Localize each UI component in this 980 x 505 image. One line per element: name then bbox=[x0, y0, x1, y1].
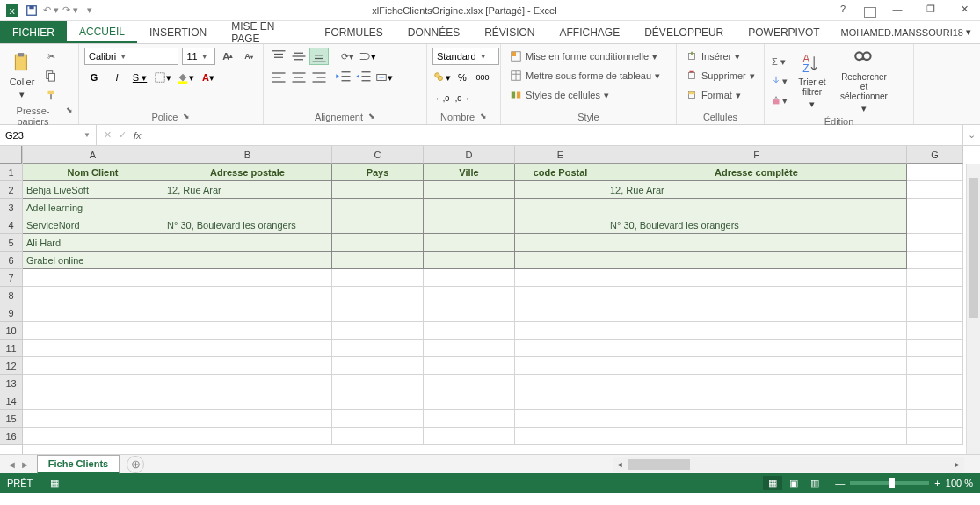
cell[interactable] bbox=[163, 234, 332, 252]
cell[interactable] bbox=[163, 322, 332, 340]
cell[interactable]: Ville bbox=[424, 164, 515, 181]
cell[interactable] bbox=[332, 252, 424, 269]
font-color-icon[interactable]: A▾ bbox=[199, 69, 218, 86]
cell[interactable] bbox=[424, 357, 515, 375]
increase-indent-icon[interactable] bbox=[354, 69, 374, 86]
row-header[interactable]: 4 bbox=[0, 216, 22, 234]
cell[interactable] bbox=[163, 410, 332, 428]
cell[interactable] bbox=[163, 304, 332, 322]
currency-icon[interactable]: ▾ bbox=[432, 69, 452, 86]
percent-icon[interactable]: % bbox=[453, 69, 472, 86]
cell[interactable]: N° 30, Boulevard les orangers bbox=[606, 216, 907, 234]
cell[interactable] bbox=[907, 322, 963, 340]
macro-record-icon[interactable]: ▦ bbox=[50, 478, 59, 489]
cell[interactable] bbox=[515, 269, 606, 287]
vertical-scrollbar[interactable] bbox=[966, 164, 980, 454]
conditional-format-button[interactable]: Mise en forme conditionnelle▾ bbox=[506, 48, 671, 65]
sheet-tab[interactable]: Fiche Clients bbox=[37, 455, 120, 474]
normal-view-icon[interactable]: ▦ bbox=[763, 476, 782, 490]
format-as-table-button[interactable]: Mettre sous forme de tableau▾ bbox=[506, 67, 671, 84]
col-header[interactable]: D bbox=[424, 146, 515, 164]
cell[interactable] bbox=[907, 410, 963, 428]
cell[interactable] bbox=[163, 357, 332, 375]
cell[interactable] bbox=[606, 410, 907, 428]
col-header[interactable]: B bbox=[163, 146, 332, 164]
cell[interactable] bbox=[332, 199, 424, 216]
minimize-icon[interactable]: ― bbox=[885, 4, 910, 18]
copy-icon[interactable] bbox=[42, 67, 60, 84]
decrease-font-icon[interactable]: A▾ bbox=[240, 48, 258, 65]
cell[interactable] bbox=[23, 304, 163, 322]
cell[interactable] bbox=[332, 304, 424, 322]
number-format-combo[interactable]: Standard▼ bbox=[432, 48, 499, 65]
cell[interactable] bbox=[424, 375, 515, 392]
cell[interactable]: Adresse complète bbox=[606, 164, 907, 181]
tab-home[interactable]: ACCUEIL bbox=[67, 21, 137, 43]
row-header[interactable]: 3 bbox=[0, 199, 22, 216]
page-layout-view-icon[interactable]: ▣ bbox=[784, 476, 803, 490]
cell[interactable] bbox=[606, 357, 907, 375]
user-name[interactable]: MOHAMED.MANSSOURI18 ▾ bbox=[832, 21, 980, 43]
cell[interactable] bbox=[515, 340, 606, 357]
excel-icon[interactable]: X bbox=[4, 2, 21, 19]
col-header[interactable]: G bbox=[907, 146, 963, 164]
cell[interactable] bbox=[163, 375, 332, 392]
horizontal-scrollbar[interactable]: ◄► bbox=[613, 457, 964, 472]
cell[interactable] bbox=[424, 181, 515, 199]
cell[interactable] bbox=[515, 322, 606, 340]
align-left-icon[interactable] bbox=[269, 69, 288, 86]
cell[interactable]: Adel learning bbox=[23, 199, 163, 216]
cell[interactable] bbox=[515, 304, 606, 322]
cell-styles-button[interactable]: Styles de cellules▾ bbox=[506, 86, 671, 104]
clear-icon[interactable]: ▾ bbox=[770, 91, 788, 109]
row-header[interactable]: 8 bbox=[0, 287, 22, 304]
cell[interactable] bbox=[332, 322, 424, 340]
formula-input[interactable] bbox=[149, 125, 962, 145]
redo-icon[interactable]: ↷ ▾ bbox=[62, 2, 79, 19]
cell[interactable] bbox=[515, 216, 606, 234]
cell[interactable] bbox=[163, 287, 332, 304]
cell[interactable] bbox=[23, 392, 163, 410]
align-middle-icon[interactable] bbox=[289, 48, 309, 65]
zoom-out-button[interactable]: ― bbox=[835, 478, 845, 488]
zoom-slider[interactable] bbox=[850, 481, 929, 485]
tab-data[interactable]: DONNÉES bbox=[396, 21, 472, 43]
fill-color-icon[interactable]: ▾ bbox=[176, 69, 195, 86]
cell[interactable] bbox=[163, 428, 332, 445]
undo-icon[interactable]: ↶ ▾ bbox=[42, 2, 60, 19]
cell[interactable] bbox=[515, 252, 606, 269]
zoom-in-button[interactable]: + bbox=[934, 478, 940, 488]
new-sheet-button[interactable]: ⊕ bbox=[127, 456, 144, 473]
orientation-icon[interactable]: ⟳▾ bbox=[338, 48, 357, 65]
row-header[interactable]: 1 bbox=[0, 164, 22, 181]
cell[interactable] bbox=[424, 392, 515, 410]
row-header[interactable]: 2 bbox=[0, 181, 22, 199]
cell[interactable] bbox=[163, 199, 332, 216]
cell[interactable]: N° 30, Boulevard les orangers bbox=[163, 216, 332, 234]
cell[interactable] bbox=[606, 375, 907, 392]
cell[interactable] bbox=[424, 269, 515, 287]
ribbon-display-icon[interactable] bbox=[864, 7, 876, 18]
cell[interactable]: code Postal bbox=[515, 164, 606, 181]
increase-font-icon[interactable]: A▴ bbox=[219, 48, 236, 65]
cell[interactable] bbox=[907, 287, 963, 304]
zoom-level[interactable]: 100 % bbox=[946, 478, 973, 488]
cell[interactable] bbox=[907, 181, 963, 199]
cell[interactable] bbox=[424, 340, 515, 357]
delete-cells-button[interactable]: Supprimer▾ bbox=[682, 67, 759, 84]
autosum-icon[interactable]: Σ ▾ bbox=[770, 53, 788, 70]
paste-button[interactable]: Coller▾ bbox=[5, 52, 39, 100]
row-header[interactable]: 9 bbox=[0, 304, 22, 322]
cell[interactable] bbox=[907, 357, 963, 375]
save-icon[interactable] bbox=[23, 2, 40, 19]
cell[interactable] bbox=[515, 428, 606, 445]
col-header[interactable]: C bbox=[332, 146, 424, 164]
cell[interactable] bbox=[163, 252, 332, 269]
comma-icon[interactable]: 000 bbox=[473, 69, 492, 86]
cell[interactable] bbox=[907, 392, 963, 410]
cell[interactable] bbox=[515, 287, 606, 304]
cell[interactable] bbox=[332, 428, 424, 445]
cell[interactable] bbox=[23, 269, 163, 287]
cell[interactable] bbox=[515, 375, 606, 392]
row-header[interactable]: 14 bbox=[0, 392, 22, 410]
